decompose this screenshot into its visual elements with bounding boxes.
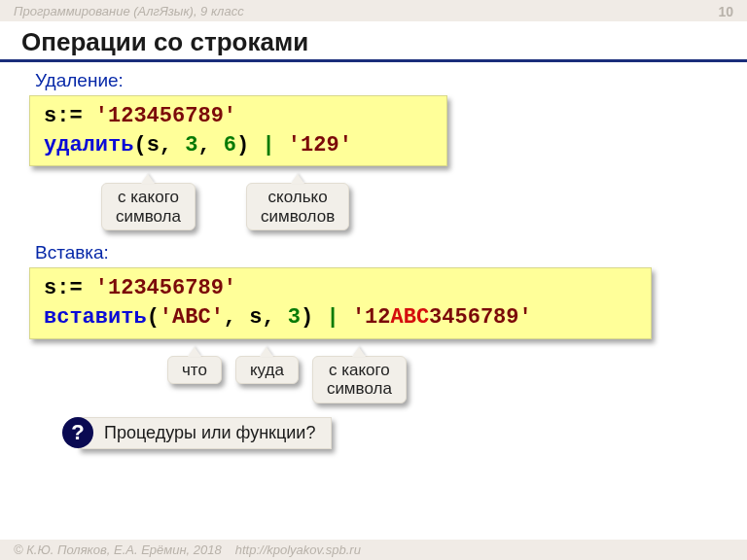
- code-paren: (: [147, 305, 160, 330]
- balloon-from-char: с какого символа: [312, 356, 407, 403]
- code-assign: :=: [56, 276, 95, 300]
- code-comma: ,: [224, 305, 249, 330]
- code-line: s:= '123456789': [44, 102, 433, 131]
- course-name: Программирование (АлгЯзык), 9 класс: [14, 4, 244, 19]
- code-var: s: [44, 104, 56, 128]
- code-arg: 'ABC': [160, 305, 224, 330]
- insertion-balloons: что куда с какого символа: [167, 347, 718, 403]
- balloon: сколько символов: [246, 174, 349, 230]
- balloon-tail-icon: [291, 174, 304, 184]
- insertion-label: Вставка:: [35, 242, 718, 263]
- balloon-tail-icon: [260, 347, 273, 357]
- code-arg: 3: [185, 133, 197, 158]
- code-arg: s: [147, 133, 160, 158]
- code-fn: удалить: [44, 133, 133, 158]
- question-text: Процедуры или функции?: [78, 417, 332, 449]
- code-comma: ,: [262, 305, 287, 330]
- page-number: 10: [718, 4, 733, 19]
- code-result: '12: [352, 305, 391, 330]
- insertion-code: s:= '123456789' вставить('ABC', s, 3) | …: [29, 267, 652, 338]
- code-pipe: |: [326, 305, 351, 330]
- code-arg: 3: [288, 305, 301, 330]
- code-result: 3456789': [429, 305, 532, 330]
- copyright: © К.Ю. Поляков, Е.А. Ерёмин, 2018: [14, 542, 222, 557]
- balloon-how-many: сколько символов: [246, 183, 349, 230]
- slide-footer: © К.Ю. Поляков, Е.А. Ерёмин, 2018 http:/…: [0, 540, 747, 560]
- code-line: s:= '123456789': [44, 274, 637, 303]
- code-paren: ): [301, 305, 326, 330]
- balloon-from-char: с какого символа: [101, 183, 196, 230]
- slide-content: Удаление: s:= '123456789' удалить(s, 3, …: [0, 70, 747, 449]
- code-paren: ): [236, 133, 262, 158]
- deletion-balloons: с какого символа сколько символов: [101, 174, 718, 230]
- footer-url: http://kpolyakov.spb.ru: [235, 542, 361, 557]
- balloon: куда: [235, 347, 299, 403]
- deletion-label: Удаление:: [35, 70, 718, 91]
- code-fn: вставить: [44, 305, 147, 330]
- code-string: '123456789': [95, 104, 236, 128]
- code-pipe: |: [262, 133, 287, 158]
- balloon: что: [167, 347, 222, 403]
- code-paren: (: [133, 133, 146, 158]
- balloon-where: куда: [235, 356, 299, 385]
- balloon-what: что: [167, 356, 222, 385]
- code-arg: 6: [224, 133, 236, 158]
- deletion-code: s:= '123456789' удалить(s, 3, 6) | '129': [29, 95, 447, 166]
- slide-title: Операции со строками: [0, 21, 747, 62]
- code-comma: ,: [160, 133, 185, 158]
- code-arg: s: [249, 305, 262, 330]
- balloon-tail-icon: [188, 347, 201, 357]
- slide-header: Программирование (АлгЯзык), 9 класс 10: [0, 0, 747, 21]
- code-line: вставить('ABC', s, 3) | '12ABC3456789': [44, 303, 637, 332]
- balloon: с какого символа: [101, 174, 196, 230]
- code-string: '123456789': [95, 276, 236, 300]
- balloon: с какого символа: [312, 347, 407, 403]
- code-var: s: [44, 276, 56, 300]
- code-result-highlight: ABC: [390, 305, 429, 330]
- code-comma: ,: [197, 133, 223, 158]
- code-line: удалить(s, 3, 6) | '129': [44, 131, 433, 160]
- balloon-tail-icon: [141, 174, 155, 184]
- balloon-tail-icon: [352, 347, 366, 357]
- code-assign: :=: [56, 104, 95, 128]
- question-row: ? Процедуры или функции?: [62, 417, 718, 449]
- code-result: '129': [288, 133, 352, 158]
